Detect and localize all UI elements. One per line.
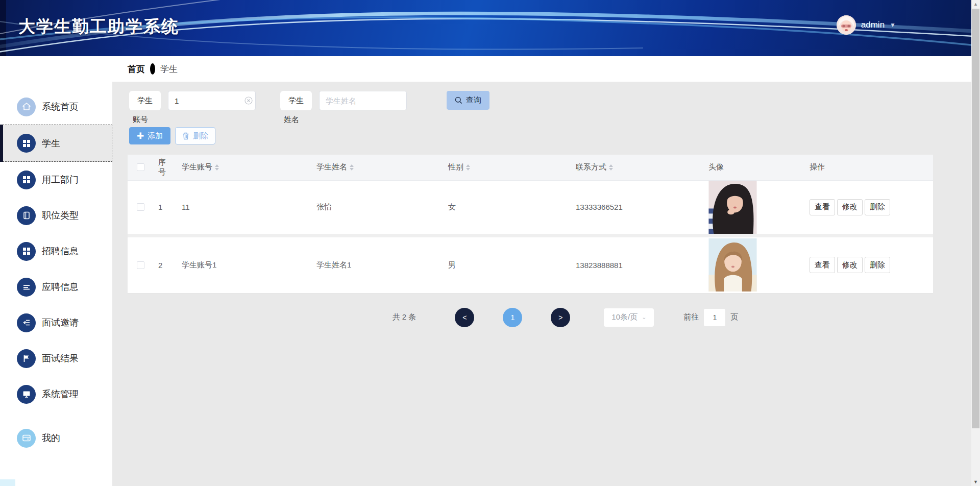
filter-group-account: 学生 账号	[129, 91, 256, 125]
sort-toggle[interactable]	[215, 164, 219, 171]
cell-phone: 13333366521	[571, 203, 703, 211]
view-button[interactable]: 查看	[810, 257, 835, 273]
prev-page-button[interactable]: <	[455, 308, 474, 327]
sidebar-item-label: 职位类型	[42, 209, 79, 222]
breadcrumb-separator	[150, 63, 155, 75]
edit-button[interactable]: 修改	[837, 257, 863, 273]
sidebar-item-system-home[interactable]: 系统首页	[0, 89, 112, 125]
chevron-down-icon: ▼	[890, 21, 896, 29]
sidebar-item-departments[interactable]: 用工部门	[0, 162, 112, 198]
next-page-button[interactable]: >	[551, 308, 570, 327]
user-avatar	[837, 15, 856, 35]
filter-label-pill: 学生	[280, 91, 312, 110]
sort-toggle[interactable]	[350, 164, 354, 171]
filter-label-account: 学生 账号	[129, 91, 162, 125]
account-search-input[interactable]	[168, 91, 256, 110]
clear-input-icon[interactable]	[244, 96, 253, 105]
page-size-select[interactable]: 10条/页 ⌄	[604, 308, 654, 327]
student-photo	[708, 181, 757, 234]
select-all-checkbox[interactable]	[137, 163, 144, 171]
sidebar-item-student[interactable]: 学生	[0, 125, 112, 162]
sidebar-item-interview-result[interactable]: 面试结果	[0, 341, 112, 376]
name-search-input[interactable]	[319, 91, 407, 110]
row-delete-button[interactable]: 删除	[865, 199, 890, 215]
delete-button[interactable]: 删除	[175, 127, 215, 144]
app-header: 大学生勤工助学系统 admin ▼	[0, 0, 980, 56]
delete-button-label: 删除	[193, 131, 208, 141]
row-checkbox[interactable]	[137, 261, 144, 269]
list-icon	[17, 278, 36, 297]
filter-label-line2: 姓名	[280, 115, 313, 125]
notebook-icon	[17, 206, 36, 225]
plus-icon: ✚	[137, 132, 144, 140]
column-header-actions: 操作	[804, 159, 933, 175]
add-button[interactable]: ✚ 添加	[129, 127, 170, 144]
edit-button[interactable]: 修改	[837, 199, 863, 215]
search-button[interactable]: 查询	[447, 91, 489, 110]
content-panel: 学生 账号 学生 姓名	[112, 82, 980, 486]
sidebar-item-label: 我的	[42, 432, 60, 444]
filter-label-pill: 学生	[129, 91, 161, 110]
breadcrumb-current: 学生	[160, 63, 178, 75]
sort-toggle[interactable]	[466, 164, 470, 171]
user-menu[interactable]: admin ▼	[837, 15, 896, 35]
row-delete-button[interactable]: 删除	[865, 257, 890, 273]
filter-label-name: 学生 姓名	[280, 91, 313, 125]
page-number-button[interactable]: 1	[503, 308, 522, 327]
grid-icon	[17, 242, 36, 261]
sidebar-item-mine[interactable]: 我的	[0, 420, 112, 456]
cell-name: 张怡	[311, 202, 443, 212]
main-area: 首页 学生 学生 账号	[112, 56, 980, 486]
row-checkbox[interactable]	[137, 203, 144, 211]
goto-label: 前往	[683, 312, 699, 322]
home-icon	[17, 98, 36, 116]
grid-icon	[17, 134, 36, 153]
vertical-scrollbar[interactable]: ▲ ▼	[971, 0, 980, 486]
column-header-name: 学生姓名	[311, 159, 443, 175]
sidebar-item-apply-info[interactable]: 应聘信息	[0, 269, 112, 305]
flag-icon	[17, 349, 36, 368]
sidebar-item-label: 系统首页	[42, 101, 79, 113]
student-photo	[708, 238, 757, 291]
column-header-gender: 性别	[443, 159, 571, 175]
table-row: 1 11 张怡 女 13333366521	[128, 181, 933, 237]
filter-group-name: 学生 姓名	[280, 91, 407, 125]
filter-bar: 学生 账号 学生 姓名	[112, 82, 980, 125]
scrollbar-thumb[interactable]	[972, 9, 979, 428]
pagination: 共 2 条 < 1 > 10条/页 ⌄ 前往 页	[151, 308, 980, 327]
sort-toggle[interactable]	[609, 164, 613, 171]
add-button-label: 添加	[148, 131, 163, 141]
cell-name: 学生姓名1	[311, 260, 443, 270]
cell-phone: 13823888881	[571, 261, 703, 270]
students-table: 序号 学生账号 学生姓名 性别	[128, 155, 933, 294]
cell-gender: 男	[443, 260, 571, 270]
grid-icon	[17, 171, 36, 189]
sidebar-item-interview-invite[interactable]: 面试邀请	[0, 305, 112, 341]
breadcrumb: 首页 学生	[112, 56, 980, 82]
sidebar-item-position-types[interactable]: 职位类型	[0, 198, 112, 233]
column-header-index: 序号	[153, 155, 177, 180]
cell-gender: 女	[443, 202, 571, 212]
column-header-phone: 联系方式	[571, 159, 703, 175]
cell-index: 1	[153, 203, 177, 211]
cell-account: 学生账号1	[177, 260, 311, 270]
app-window: 大学生勤工助学系统 admin ▼	[0, 0, 980, 486]
breadcrumb-home[interactable]: 首页	[128, 63, 145, 75]
trash-icon	[182, 132, 189, 140]
table-header-row: 序号 学生账号 学生姓名 性别	[128, 155, 933, 181]
view-button[interactable]: 查看	[810, 199, 835, 215]
monitor-icon	[17, 385, 36, 404]
page-size-value: 10条/页	[611, 312, 638, 322]
table-row: 2 学生账号1 学生姓名1 男 13823888881	[128, 237, 933, 294]
sidebar-item-system-manage[interactable]: 系统管理	[0, 376, 112, 412]
total-count-label: 共 2 条	[393, 312, 416, 322]
column-header-photo: 头像	[703, 159, 804, 175]
goto-page-input[interactable]	[704, 309, 725, 326]
chevron-down-icon: ⌄	[642, 314, 646, 321]
corner-decoration	[0, 479, 15, 486]
sidebar: 系统首页 学生 用工部门 职位类型	[0, 56, 112, 486]
sidebar-item-label: 学生	[42, 137, 60, 150]
scroll-down-arrow-icon[interactable]: ▼	[971, 478, 980, 486]
scroll-up-arrow-icon[interactable]: ▲	[971, 0, 980, 8]
sidebar-item-recruit-info[interactable]: 招聘信息	[0, 233, 112, 269]
